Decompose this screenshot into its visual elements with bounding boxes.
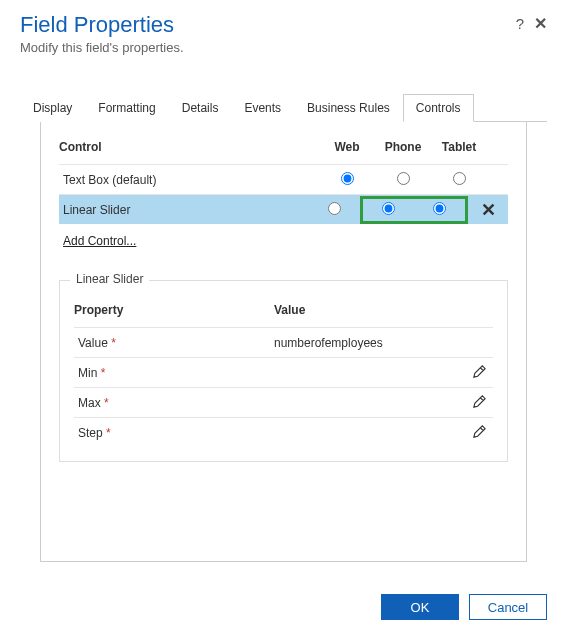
property-name: Min bbox=[78, 366, 97, 380]
tab-content: Control Web Phone Tablet Text Box (defau… bbox=[40, 122, 527, 562]
property-name: Value bbox=[78, 336, 108, 350]
fieldset-legend: Linear Slider bbox=[70, 272, 149, 286]
col-header-control: Control bbox=[59, 140, 319, 154]
col-header-value: Value bbox=[274, 303, 493, 317]
table-row[interactable]: Linear Slider ✕ bbox=[59, 194, 508, 224]
col-header-web: Web bbox=[319, 140, 375, 154]
highlight-box bbox=[360, 196, 468, 224]
tab-business-rules[interactable]: Business Rules bbox=[294, 94, 403, 122]
property-row-min: Min * bbox=[74, 357, 493, 387]
ok-button[interactable]: OK bbox=[381, 594, 459, 620]
dialog-title: Field Properties bbox=[20, 12, 547, 38]
radio-web-textbox[interactable] bbox=[341, 172, 354, 185]
edit-button[interactable] bbox=[465, 394, 493, 412]
remove-control-button[interactable]: ✕ bbox=[470, 199, 508, 221]
controls-table: Control Web Phone Tablet Text Box (defau… bbox=[59, 140, 508, 224]
tab-formatting[interactable]: Formatting bbox=[85, 94, 168, 122]
property-row-value: Value * numberofemployees bbox=[74, 327, 493, 357]
required-marker: * bbox=[101, 366, 106, 380]
col-header-tablet: Tablet bbox=[431, 140, 487, 154]
property-row-max: Max * bbox=[74, 387, 493, 417]
dialog-subtitle: Modify this field's properties. bbox=[20, 40, 547, 55]
tabs: Display Formatting Details Events Busine… bbox=[20, 93, 547, 122]
radio-web-linearslider[interactable] bbox=[328, 202, 341, 215]
cancel-button[interactable]: Cancel bbox=[469, 594, 547, 620]
col-header-property: Property bbox=[74, 303, 274, 317]
dialog-header: Field Properties Modify this field's pro… bbox=[0, 0, 567, 63]
table-row[interactable]: Text Box (default) bbox=[59, 164, 508, 194]
property-name: Step bbox=[78, 426, 103, 440]
property-name: Max bbox=[78, 396, 101, 410]
radio-phone-textbox[interactable] bbox=[397, 172, 410, 185]
tab-display[interactable]: Display bbox=[20, 94, 85, 122]
help-icon[interactable]: ? bbox=[516, 15, 524, 32]
required-marker: * bbox=[106, 426, 111, 440]
tab-events[interactable]: Events bbox=[231, 94, 294, 122]
required-marker: * bbox=[104, 396, 109, 410]
edit-button[interactable] bbox=[465, 364, 493, 382]
tab-controls[interactable]: Controls bbox=[403, 94, 474, 122]
control-name: Text Box (default) bbox=[59, 173, 319, 187]
col-header-phone: Phone bbox=[375, 140, 431, 154]
pencil-icon bbox=[472, 364, 487, 379]
control-name: Linear Slider bbox=[59, 203, 308, 217]
required-marker: * bbox=[111, 336, 116, 350]
property-row-step: Step * bbox=[74, 417, 493, 447]
radio-tablet-linearslider[interactable] bbox=[433, 202, 446, 215]
add-control-link[interactable]: Add Control... bbox=[59, 234, 136, 248]
radio-tablet-textbox[interactable] bbox=[453, 172, 466, 185]
properties-fieldset: Linear Slider Property Value Value * num… bbox=[59, 280, 508, 462]
radio-phone-linearslider[interactable] bbox=[382, 202, 395, 215]
tab-details[interactable]: Details bbox=[169, 94, 232, 122]
pencil-icon bbox=[472, 394, 487, 409]
close-icon[interactable]: ✕ bbox=[534, 14, 547, 33]
property-value: numberofemployees bbox=[274, 336, 465, 350]
dialog-footer: OK Cancel bbox=[381, 594, 547, 620]
edit-button[interactable] bbox=[465, 424, 493, 442]
pencil-icon bbox=[472, 424, 487, 439]
